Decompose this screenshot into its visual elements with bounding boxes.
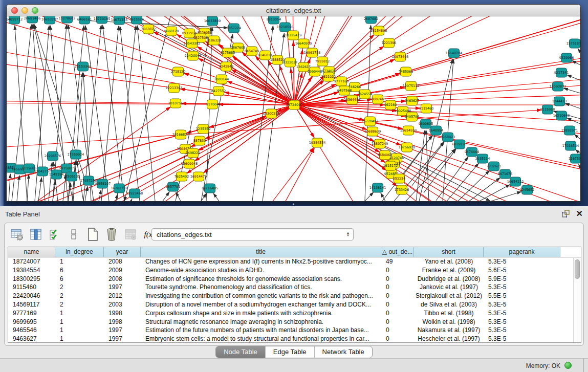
table-cell[interactable]: Estimation of the future numbers of pati…	[141, 326, 381, 335]
table-cell[interactable]: 5.3E-5	[484, 335, 560, 343]
table-cell[interactable]: 5.3E-5	[484, 326, 560, 335]
table-cell[interactable]: 9777169	[8, 309, 55, 318]
column-header-title[interactable]: title	[141, 247, 381, 257]
table-cell[interactable]: 0	[381, 309, 414, 318]
table-scrollbar[interactable]	[573, 258, 581, 342]
column-header-pagerank[interactable]: pagerank	[484, 247, 560, 257]
table-cell[interactable]: 19384554	[8, 266, 55, 275]
table-cell[interactable]: 2012	[104, 292, 141, 300]
row-select-icon[interactable]	[48, 227, 62, 242]
table-cell[interactable]: 22420046	[8, 292, 55, 300]
table-row[interactable]: 1938455462009Genome-wide association stu…	[8, 266, 581, 275]
table-cell[interactable]: 0	[381, 292, 414, 300]
table-cell[interactable]: 1	[55, 335, 104, 343]
table-cell[interactable]: 2008	[104, 257, 141, 266]
table-cell[interactable]: 1	[55, 326, 104, 335]
table-cell[interactable]: 0	[381, 283, 414, 292]
new-file-icon[interactable]	[85, 227, 100, 242]
table-cell[interactable]: 0	[381, 266, 414, 275]
window-titlebar[interactable]: citations_edges.txt	[7, 5, 580, 16]
table-cell[interactable]: 9465546	[8, 326, 55, 335]
tab-network-table[interactable]: Network Table	[315, 346, 372, 358]
table-cell[interactable]: 1997	[104, 326, 141, 335]
table-cell[interactable]: 6	[55, 266, 104, 275]
table-cell[interactable]: 0	[381, 335, 414, 343]
table-cell[interactable]: 49	[381, 257, 414, 266]
table-cell[interactable]: 18724007	[8, 257, 55, 266]
table-cell[interactable]: Yano et al. (2008)	[414, 257, 484, 266]
table-cell[interactable]: 0	[381, 318, 414, 326]
table-cell[interactable]: Stergiakouli et al. (2012)	[414, 292, 484, 300]
table-cell[interactable]: 0	[381, 300, 414, 309]
table-row[interactable]: 2242004622012Investigating the contribut…	[8, 292, 581, 300]
table-cell[interactable]: Investigating the contribution of common…	[141, 292, 381, 300]
table-cell[interactable]: Corpus callosum shape and size in male p…	[141, 309, 381, 318]
table-cell[interactable]: 18300295	[8, 275, 55, 283]
column-chooser-icon[interactable]	[29, 227, 43, 242]
table-cell[interactable]: 5.6E-5	[484, 266, 560, 275]
table-row[interactable]: 1830029562008Estimation of significance …	[8, 275, 581, 283]
table-cell[interactable]: Hescheler et al. (1997)	[414, 335, 484, 343]
tab-node-table[interactable]: Node Table	[216, 346, 266, 358]
delete-trash-icon[interactable]	[104, 227, 119, 242]
table-cell[interactable]: Wolkin et al. (1998)	[414, 318, 484, 326]
table-row[interactable]: 1872400712008Changes of HCN gene express…	[8, 257, 581, 266]
table-cell[interactable]: 0	[381, 275, 414, 283]
table-selector-dropdown[interactable]: citations_edges.txt ▲▼	[151, 228, 354, 240]
table-cell[interactable]: 6	[55, 275, 104, 283]
table-cell[interactable]: Jankovic et al. (1997)	[414, 283, 484, 292]
table-row[interactable]: 977716911998Corpus callosum shape and si…	[8, 309, 581, 318]
table-cell[interactable]: Genome-wide association studies in ADHD.	[141, 266, 381, 275]
table-cell[interactable]: 2008	[104, 275, 141, 283]
table-row[interactable]: 1456911722003Disruption of a novel membe…	[8, 300, 581, 309]
table-settings-icon[interactable]	[10, 227, 24, 242]
table-cell[interactable]: 2	[55, 300, 104, 309]
table-cell[interactable]: Estimation of significance thresholds fo…	[141, 275, 381, 283]
table-cell[interactable]: 2	[55, 283, 104, 292]
table-cell[interactable]: Franke et al. (2009)	[414, 266, 484, 275]
table-cell[interactable]: 5.3E-5	[484, 309, 560, 318]
table-cell[interactable]: 0	[381, 326, 414, 335]
rows-icon[interactable]	[67, 227, 81, 242]
table-row[interactable]: 946554611997Estimation of the future num…	[8, 326, 581, 335]
table-cell[interactable]: 1998	[104, 309, 141, 318]
column-header-out_de[interactable]: △ out_de...	[381, 247, 414, 257]
table-cell[interactable]: 1	[55, 318, 104, 326]
table-cell[interactable]: Tibbo et al. (1998)	[414, 309, 484, 318]
table-cell[interactable]: 5.9E-5	[484, 275, 560, 283]
table-cell[interactable]: 5.3E-5	[484, 318, 560, 326]
table-cell[interactable]: de Silva et al. (2003)	[414, 300, 484, 309]
table-cell[interactable]: 1997	[104, 283, 141, 292]
table-cell[interactable]: 2003	[104, 300, 141, 309]
table-cell[interactable]: 1998	[104, 318, 141, 326]
table-cell[interactable]: 5.3E-5	[484, 257, 560, 266]
network-canvas[interactable]: 1405571220691406106532871527860264661611…	[7, 16, 580, 201]
table-cell[interactable]: 5.3E-5	[484, 283, 560, 292]
table-row[interactable]: 969969511998Structural magnetic resonanc…	[8, 318, 581, 326]
table-cell[interactable]: 14569117	[8, 300, 55, 309]
table-cell[interactable]: 9115460	[8, 283, 55, 292]
column-header-year[interactable]: year	[104, 247, 141, 257]
table-scrollbar-thumb[interactable]	[575, 259, 580, 279]
table-cell[interactable]: 9699695	[8, 318, 55, 326]
table-cell[interactable]: Embryonic stem cells: a model to study s…	[141, 335, 381, 343]
close-panel-icon[interactable]: ✕	[576, 210, 583, 218]
table-cell[interactable]: Nakamura et al. (1997)	[414, 326, 484, 335]
table-cell[interactable]: 2009	[104, 266, 141, 275]
column-header-in_degree[interactable]: in_degree	[55, 247, 104, 257]
table-row[interactable]: 911546021997Tourette syndrome. Phenomeno…	[8, 283, 581, 292]
table-cell[interactable]: 5.5E-5	[484, 292, 560, 300]
table-cell[interactable]: 1	[55, 309, 104, 318]
column-header-short[interactable]: short	[414, 247, 484, 257]
float-panel-icon[interactable]	[561, 209, 570, 218]
table-cell[interactable]: 9463627	[8, 335, 55, 343]
table-cell[interactable]: 2	[55, 292, 104, 300]
panel-splitter-handle[interactable]: ▲	[292, 202, 295, 206]
table-cell[interactable]: Structural magnetic resonance image aver…	[141, 318, 381, 326]
table-cell[interactable]: 1997	[104, 335, 141, 343]
table-cell[interactable]: Disruption of a novel member of a sodium…	[141, 300, 381, 309]
table-row[interactable]: 946362711997Embryonic stem cells: a mode…	[8, 335, 581, 343]
column-header-name[interactable]: name	[8, 247, 55, 257]
table-cell[interactable]: 1	[55, 257, 104, 266]
table-cell[interactable]: 5.3E-5	[484, 300, 560, 309]
